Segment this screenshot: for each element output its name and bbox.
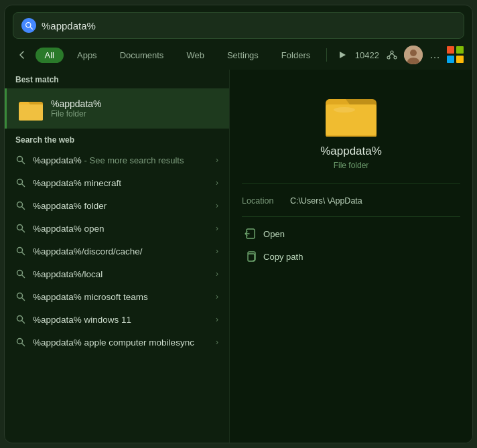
svg-marker-2: [340, 52, 346, 58]
svg-line-7: [392, 54, 395, 56]
copy-path-label: Copy path: [263, 252, 303, 262]
svg-line-6: [389, 54, 392, 56]
item-text: %appdata% windows 11: [33, 315, 209, 325]
svg-point-37: [334, 107, 355, 113]
svg-line-24: [22, 230, 25, 232]
avatar[interactable]: [404, 46, 423, 64]
open-button[interactable]: Open: [242, 222, 460, 245]
search-icon-small: [15, 177, 26, 188]
chevron-icon: ›: [216, 178, 218, 188]
play-button[interactable]: [334, 46, 351, 64]
search-icon-small: [15, 337, 26, 348]
chevron-icon: ›: [216, 201, 218, 210]
location-row: Location C:\Users\ \AppData: [242, 192, 460, 210]
svg-rect-12: [456, 46, 464, 54]
search-icon-small: [15, 291, 26, 302]
svg-rect-16: [19, 104, 43, 121]
search-window: %appdata% All Apps Documents Web Setting…: [4, 5, 473, 443]
search-icon-small: [15, 155, 26, 165]
search-icon-small: [15, 269, 26, 279]
actions-divider: [242, 216, 460, 217]
item-text: %appdata% microsoft teams: [33, 292, 209, 302]
folder-icon-large: [17, 95, 44, 122]
item-text: %appdata%/local: [33, 269, 209, 279]
filter-folders[interactable]: Folders: [272, 48, 320, 63]
windows-logo[interactable]: [447, 46, 464, 64]
filter-settings[interactable]: Settings: [218, 48, 268, 63]
open-label: Open: [263, 229, 285, 239]
list-item[interactable]: %appdata% minecraft ›: [5, 171, 229, 194]
svg-line-34: [22, 344, 25, 346]
score-display: 10422: [355, 50, 379, 60]
svg-line-26: [22, 252, 25, 255]
list-item[interactable]: %appdata% apple computer mobilesync ›: [5, 331, 229, 354]
svg-point-9: [410, 50, 417, 56]
list-item[interactable]: %appdata% - See more search results ›: [5, 149, 229, 171]
search-icon-small: [15, 200, 26, 211]
right-panel-subtitle: File folder: [334, 161, 369, 170]
svg-line-1: [30, 27, 32, 29]
filter-bar: All Apps Documents Web Settings Folders …: [5, 43, 472, 70]
search-icon-small: [15, 314, 26, 325]
search-bar: %appdata%: [13, 12, 464, 39]
item-text: %appdata% apple computer mobilesync: [33, 338, 209, 348]
best-match-subtitle: File folder: [51, 109, 102, 119]
item-text: %appdata%/discord/cache/: [33, 246, 209, 256]
chevron-icon: ›: [216, 224, 218, 233]
right-folder-area: %appdata% File folder Location C:\Users\…: [230, 70, 472, 268]
item-text: %appdata% minecraft: [33, 178, 209, 188]
info-divider: [242, 183, 460, 184]
svg-rect-11: [447, 46, 454, 54]
filter-web[interactable]: Web: [177, 48, 214, 63]
best-match-item[interactable]: %appdata% File folder: [5, 88, 229, 129]
search-query-text[interactable]: %appdata%: [42, 20, 456, 31]
chevron-icon: ›: [216, 269, 218, 279]
svg-point-4: [387, 56, 390, 59]
list-item[interactable]: %appdata% windows 11 ›: [5, 308, 229, 331]
chevron-icon: ›: [216, 292, 218, 301]
back-button[interactable]: [13, 46, 31, 64]
svg-line-22: [22, 207, 25, 210]
list-item[interactable]: %appdata% microsoft teams ›: [5, 285, 229, 308]
best-match-text: %appdata% File folder: [51, 98, 102, 119]
svg-line-30: [22, 298, 25, 301]
folder-icon-preview: [324, 90, 378, 137]
right-panel-title: %appdata%: [320, 145, 382, 158]
location-value: C:\Users\ \AppData: [290, 196, 362, 206]
best-match-label: Best match: [5, 70, 229, 88]
right-panel: %appdata% File folder Location C:\Users\…: [229, 70, 472, 443]
content-area: Best match %appdata% File folder Search …: [5, 70, 472, 443]
filter-separator: [326, 48, 327, 62]
svg-line-20: [22, 184, 25, 187]
chevron-icon: ›: [216, 155, 218, 165]
svg-rect-13: [447, 56, 454, 63]
item-text: %appdata% - See more search results: [33, 155, 209, 165]
filter-apps[interactable]: Apps: [68, 48, 107, 63]
filter-documents[interactable]: Documents: [111, 48, 174, 63]
list-item[interactable]: %appdata% folder ›: [5, 194, 229, 217]
svg-point-5: [394, 56, 397, 59]
web-section-label: Search the web: [5, 129, 229, 149]
svg-rect-14: [456, 56, 464, 63]
list-item[interactable]: %appdata% open ›: [5, 217, 229, 240]
search-icon: [21, 18, 36, 33]
best-match-title: %appdata%: [51, 98, 102, 109]
copy-path-button[interactable]: Copy path: [242, 245, 460, 268]
list-item[interactable]: %appdata%/local ›: [5, 263, 229, 285]
chevron-icon: ›: [216, 246, 218, 256]
filter-all[interactable]: All: [36, 48, 64, 63]
network-icon-button[interactable]: [383, 46, 401, 64]
item-text: %appdata% folder: [33, 201, 209, 211]
svg-line-18: [22, 161, 25, 164]
item-text: %appdata% open: [33, 224, 209, 234]
svg-line-32: [22, 321, 25, 323]
more-options-button[interactable]: …: [427, 49, 443, 61]
chevron-icon: ›: [216, 338, 218, 347]
search-icon-small: [15, 223, 26, 234]
open-icon: [245, 228, 257, 240]
svg-line-28: [22, 275, 25, 278]
list-item[interactable]: %appdata%/discord/cache/ ›: [5, 240, 229, 263]
svg-point-3: [391, 51, 393, 54]
search-icon-small: [15, 246, 26, 256]
location-label: Location: [242, 196, 282, 206]
